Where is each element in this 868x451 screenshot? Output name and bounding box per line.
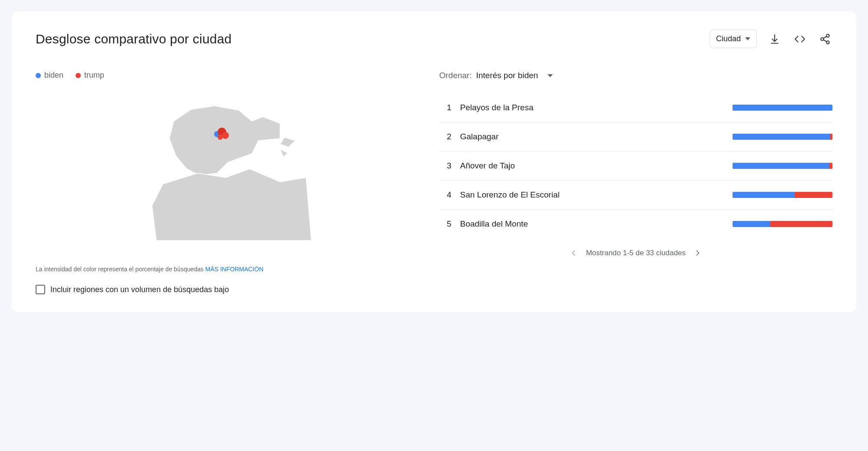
scope-dropdown-label: Ciudad [716,34,741,43]
city-bar-red [829,163,832,169]
city-list: 1Pelayos de la Presa2Galapagar3Añover de… [439,93,833,238]
city-name: Boadilla del Monte [460,219,724,229]
legend-label-trump: trump [84,71,104,79]
city-row[interactable]: 4San Lorenzo de El Escorial [439,181,833,210]
card-title: Desglose comparativo por ciudad [36,32,231,46]
city-bar [733,192,832,198]
left-panel: biden trump [36,71,429,294]
checkbox-box [36,285,45,294]
city-name: Añover de Tajo [460,161,724,171]
more-info-link[interactable]: MÁS INFORMACIÓN [205,266,264,273]
city-bar [733,105,832,111]
city-bar-blue [733,192,795,198]
city-bar-blue [733,105,832,111]
city-bar-red [795,192,832,198]
city-bar-red [830,134,832,140]
city-bar [733,163,832,169]
pager-next[interactable] [693,249,702,257]
download-button[interactable] [767,32,782,46]
pager-prev[interactable] [569,249,578,257]
chevron-right-icon [693,249,702,257]
city-rank: 2 [439,132,452,142]
city-row[interactable]: 5Boadilla del Monte [439,210,833,238]
legend: biden trump [36,71,429,80]
legend-dot-blue [36,73,41,78]
sort-value: Interés por biden [476,71,538,80]
map-container[interactable] [36,97,429,240]
city-name: San Lorenzo de El Escorial [460,190,724,200]
pager: Mostrando 1-5 de 33 ciudades [439,249,833,257]
map-marker-red-2 [222,132,229,139]
sort-label: Ordenar: [439,71,472,80]
chevron-down-icon [548,74,553,77]
download-icon [769,33,780,45]
share-icon [819,33,831,45]
city-rank: 5 [439,219,452,229]
compared-breakdown-card: Desglose comparativo por ciudad Ciudad b… [11,11,857,313]
legend-label-biden: biden [44,71,63,79]
city-bar-blue [733,134,830,140]
sort-dropdown[interactable]: Ordenar: Interés por biden [439,71,833,80]
embed-button[interactable] [792,32,807,46]
city-name: Galapagar [460,132,724,142]
svg-line-4 [823,36,826,38]
map-marker-red-3 [218,135,223,140]
city-row[interactable]: 1Pelayos de la Presa [439,93,833,122]
city-rank: 3 [439,161,452,171]
city-bar [733,134,832,140]
pager-text: Mostrando 1-5 de 33 ciudades [586,249,686,257]
code-icon [794,33,805,45]
city-row[interactable]: 2Galapagar [439,122,833,151]
city-rank: 4 [439,190,452,200]
legend-item-biden: biden [36,71,63,80]
city-bar-blue [733,221,770,227]
legend-dot-red [76,73,81,78]
share-button[interactable] [818,32,832,46]
legend-item-trump: trump [76,71,104,80]
header-actions: Ciudad [710,30,832,48]
city-bar-red [770,221,832,227]
city-row[interactable]: 3Añover de Tajo [439,151,833,181]
right-panel: Ordenar: Interés por biden 1Pelayos de l… [439,71,833,294]
chevron-left-icon [569,249,578,257]
footnote: La intensidad del color representa el po… [36,266,429,273]
city-bar-blue [733,163,829,169]
city-bar [733,221,832,227]
checkbox-label: Incluir regiones con un volumen de búsqu… [50,285,229,294]
scope-dropdown[interactable]: Ciudad [710,30,757,48]
map-svg [150,97,315,240]
low-volume-checkbox[interactable]: Incluir regiones con un volumen de búsqu… [36,285,429,294]
city-rank: 1 [439,103,452,112]
city-name: Pelayos de la Presa [460,103,724,112]
card-content: biden trump [36,71,832,294]
footnote-text: La intensidad del color representa el po… [36,266,205,273]
chevron-down-icon [745,37,750,40]
card-header: Desglose comparativo por ciudad Ciudad [36,30,832,48]
svg-line-3 [823,40,826,41]
